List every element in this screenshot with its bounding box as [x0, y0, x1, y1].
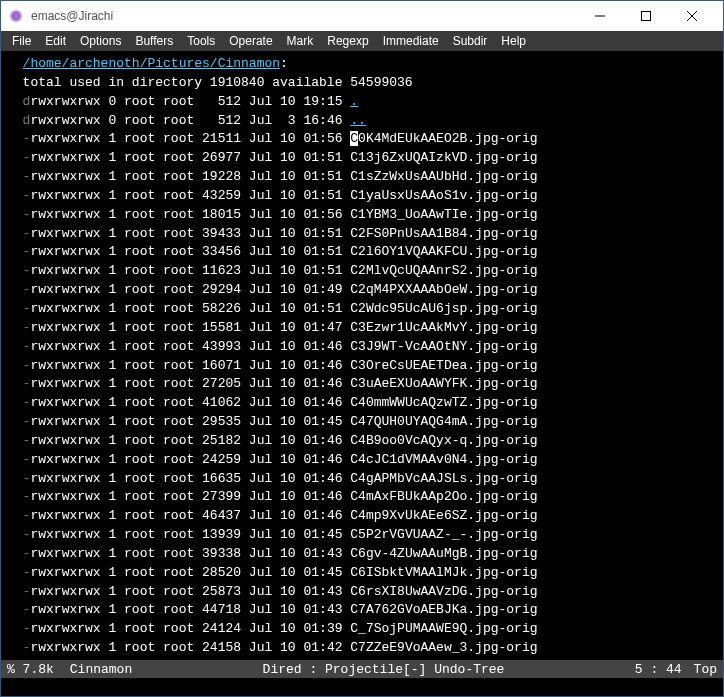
- dired-row[interactable]: -rwxrwxrwx 1 root root 25182 Jul 10 01:4…: [23, 433, 538, 448]
- dired-row[interactable]: -rwxrwxrwx 1 root root 43993 Jul 10 01:4…: [23, 339, 538, 354]
- dired-row[interactable]: -rwxrwxrwx 1 root root 29294 Jul 10 01:4…: [23, 282, 538, 297]
- dired-row[interactable]: -rwxrwxrwx 1 root root 11623 Jul 10 01:5…: [23, 263, 538, 278]
- window-controls: [577, 1, 715, 31]
- dired-filename[interactable]: C13j6ZxUQAIzkVD.jpg-orig: [350, 150, 537, 165]
- menu-buffers[interactable]: Buffers: [128, 34, 180, 48]
- dired-dir-link[interactable]: ..: [350, 113, 366, 128]
- dired-filename[interactable]: C3J9WT-VcAAOtNY.jpg-orig: [350, 339, 537, 354]
- dired-row[interactable]: -rwxrwxrwx 1 root root 13939 Jul 10 01:4…: [23, 527, 538, 542]
- modeline-pct: % 7.8k: [7, 662, 54, 677]
- dired-row[interactable]: -rwxrwxrwx 1 root root 58226 Jul 10 01:5…: [23, 301, 538, 316]
- dired-row[interactable]: -rwxrwxrwx 1 root root 39338 Jul 10 01:4…: [23, 546, 538, 561]
- dired-filename[interactable]: C4gAPMbVcAAJSLs.jpg-orig: [350, 471, 537, 486]
- dired-filename[interactable]: C47QUH0UYAQG4mA.jpg-orig: [350, 414, 537, 429]
- window-title: emacs@Jirachi: [31, 9, 577, 23]
- menu-file[interactable]: File: [5, 34, 38, 48]
- dired-filename[interactable]: C40mmWWUcAQzwTZ.jpg-orig: [350, 395, 537, 410]
- dired-filename[interactable]: C1sZzWxUsAAUbHd.jpg-orig: [350, 169, 537, 184]
- dired-row[interactable]: -rwxrwxrwx 1 root root 43259 Jul 10 01:5…: [23, 188, 538, 203]
- dired-filename[interactable]: C4mp9XvUkAEe6SZ.jpg-orig: [350, 508, 537, 523]
- dired-row[interactable]: -rwxrwxrwx 1 root root 26977 Jul 10 01:5…: [23, 150, 538, 165]
- dired-row[interactable]: -rwxrwxrwx 1 root root 39433 Jul 10 01:5…: [23, 226, 538, 241]
- svg-rect-1: [642, 12, 651, 21]
- dired-row[interactable]: -rwxrwxrwx 1 root root 41062 Jul 10 01:4…: [23, 395, 538, 410]
- dired-row[interactable]: -rwxrwxrwx 1 root root 27399 Jul 10 01:4…: [23, 489, 538, 504]
- dired-filename[interactable]: C2qM4PXXAAAbOeW.jpg-orig: [350, 282, 537, 297]
- dired-row[interactable]: -rwxrwxrwx 1 root root 29535 Jul 10 01:4…: [23, 414, 538, 429]
- minimize-button[interactable]: [577, 1, 623, 31]
- menubar: FileEditOptionsBuffersToolsOperateMarkRe…: [1, 31, 723, 51]
- window-titlebar: emacs@Jirachi: [1, 1, 723, 31]
- dired-row[interactable]: -rwxrwxrwx 1 root root 46437 Jul 10 01:4…: [23, 508, 538, 523]
- dired-filename[interactable]: C3OreCsUEAETDea.jpg-orig: [350, 358, 537, 373]
- dired-filename[interactable]: C6ISbktVMAAlMJk.jpg-orig: [350, 565, 537, 580]
- dired-path[interactable]: /home/archenoth/Pictures/Cinnamon: [23, 56, 280, 71]
- dired-row[interactable]: -rwxrwxrwx 1 root root 16071 Jul 10 01:4…: [23, 358, 538, 373]
- maximize-button[interactable]: [623, 1, 669, 31]
- dired-buffer[interactable]: /home/archenoth/Pictures/Cinnamon: total…: [1, 51, 723, 660]
- dired-row[interactable]: -rwxrwxrwx 1 root root 27205 Jul 10 01:4…: [23, 376, 538, 391]
- dired-filename[interactable]: C_7SojPUMAAWE9Q.jpg-orig: [350, 621, 537, 636]
- dired-row[interactable]: -rwxrwxrwx 1 root root 16635 Jul 10 01:4…: [23, 471, 538, 486]
- dired-row[interactable]: -rwxrwxrwx 1 root root 24124 Jul 10 01:3…: [23, 621, 538, 636]
- menu-edit[interactable]: Edit: [38, 34, 73, 48]
- dired-filename[interactable]: C1YBM3_UoAAwTIe.jpg-orig: [350, 207, 537, 222]
- modeline-scroll: Top: [694, 662, 717, 677]
- menu-help[interactable]: Help: [494, 34, 533, 48]
- modeline: % 7.8k Cinnamon Dired : Projectile[-] Un…: [1, 660, 723, 678]
- menu-mark[interactable]: Mark: [280, 34, 321, 48]
- dired-row[interactable]: -rwxrwxrwx 1 root root 28520 Jul 10 01:4…: [23, 565, 538, 580]
- dired-filename[interactable]: C1yaUsxUsAAoS1v.jpg-orig: [350, 188, 537, 203]
- dired-row[interactable]: -rwxrwxrwx 1 root root 19228 Jul 10 01:5…: [23, 169, 538, 184]
- dired-filename[interactable]: C7A762GVoAEBJKa.jpg-orig: [350, 602, 537, 617]
- menu-operate[interactable]: Operate: [222, 34, 279, 48]
- dired-filename[interactable]: C2l6OY1VQAAKFCU.jpg-orig: [350, 244, 537, 259]
- cursor: C: [350, 131, 358, 146]
- dired-filename[interactable]: C6rsXI8UwAAVzDG.jpg-orig: [350, 584, 537, 599]
- menu-subdir[interactable]: Subdir: [446, 34, 495, 48]
- minibuffer[interactable]: [1, 678, 723, 696]
- dired-row[interactable]: -rwxrwxrwx 1 root root 25873 Jul 10 01:4…: [23, 584, 538, 599]
- dired-row[interactable]: -rwxrwxrwx 1 root root 21511 Jul 10 01:5…: [23, 131, 538, 146]
- close-button[interactable]: [669, 1, 715, 31]
- dired-total: total used in directory 1910840 availabl…: [23, 75, 413, 90]
- dired-row[interactable]: drwxrwxrwx 0 root root 512 Jul 10 19:15 …: [23, 94, 358, 109]
- dired-filename[interactable]: C2MlvQcUQAAnrS2.jpg-orig: [350, 263, 537, 278]
- dired-dir-link[interactable]: .: [350, 94, 358, 109]
- dired-row[interactable]: -rwxrwxrwx 1 root root 33456 Jul 10 01:5…: [23, 244, 538, 259]
- modeline-buffer: Cinnamon: [70, 662, 132, 677]
- dired-filename[interactable]: C5P2rVGVUAAZ-_-.jpg-orig: [350, 527, 537, 542]
- modeline-pos: 5 : 44: [635, 662, 682, 677]
- dired-filename[interactable]: C3Ezwr1UcAAkMvY.jpg-orig: [350, 320, 537, 335]
- menu-regexp[interactable]: Regexp: [320, 34, 375, 48]
- menu-tools[interactable]: Tools: [180, 34, 222, 48]
- modeline-mode: Dired : Projectile[-] Undo-Tree: [132, 662, 635, 677]
- dired-filename[interactable]: C4cJC1dVMAAv0N4.jpg-orig: [350, 452, 537, 467]
- dired-row[interactable]: -rwxrwxrwx 1 root root 24158 Jul 10 01:4…: [23, 640, 538, 655]
- menu-options[interactable]: Options: [73, 34, 128, 48]
- emacs-icon: [9, 9, 23, 23]
- menu-immediate[interactable]: Immediate: [376, 34, 446, 48]
- dired-row[interactable]: -rwxrwxrwx 1 root root 15581 Jul 10 01:4…: [23, 320, 538, 335]
- dired-filename[interactable]: C2Wdc95UcAU6jsp.jpg-orig: [350, 301, 537, 316]
- dired-filename[interactable]: C6gv-4ZUwAAuMgB.jpg-orig: [350, 546, 537, 561]
- dired-row[interactable]: drwxrwxrwx 0 root root 512 Jul 3 16:46 .…: [23, 113, 366, 128]
- dired-filename[interactable]: C2FS0PnUsAA1B84.jpg-orig: [350, 226, 537, 241]
- dired-filename[interactable]: C4mAxFBUkAAp2Oo.jpg-orig: [350, 489, 537, 504]
- dired-filename[interactable]: C3uAeEXUoAAWYFK.jpg-orig: [350, 376, 537, 391]
- dired-filename[interactable]: C4B9oo0VcAQyx-q.jpg-orig: [350, 433, 537, 448]
- dired-row[interactable]: -rwxrwxrwx 1 root root 44718 Jul 10 01:4…: [23, 602, 538, 617]
- dired-row[interactable]: -rwxrwxrwx 1 root root 24259 Jul 10 01:4…: [23, 452, 538, 467]
- dired-row[interactable]: -rwxrwxrwx 1 root root 18015 Jul 10 01:5…: [23, 207, 538, 222]
- dired-filename[interactable]: C7ZZeE9VoAAew_3.jpg-orig: [350, 640, 537, 655]
- dired-filename[interactable]: 0K4MdEUkAAEO2B.jpg-orig: [358, 131, 537, 146]
